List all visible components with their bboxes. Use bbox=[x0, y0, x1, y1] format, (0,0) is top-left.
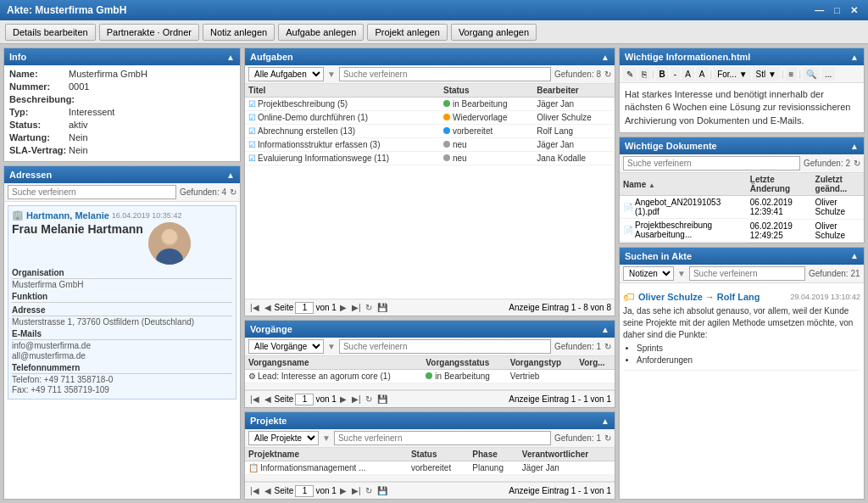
pag-save-btn[interactable]: 💾 bbox=[376, 486, 389, 495]
docs-refresh-icon[interactable]: ↻ bbox=[854, 159, 860, 168]
pag-of-label: von 1 bbox=[315, 486, 336, 495]
italic-btn[interactable]: - bbox=[670, 67, 680, 81]
tasks-refresh-icon[interactable]: ↻ bbox=[604, 70, 611, 79]
addresses-panel: Adressen ▲ Gefunden: 4 ↻ 🏢 Hartmann, Mel… bbox=[3, 165, 241, 500]
pag-of-label: von 1 bbox=[315, 394, 336, 404]
search-btn[interactable]: 🔍 bbox=[803, 67, 820, 81]
list-btn[interactable]: ≡ bbox=[786, 67, 798, 81]
pag-next-btn[interactable]: ▶ bbox=[338, 394, 348, 404]
pag-refresh-btn[interactable]: ↻ bbox=[364, 394, 374, 404]
projects-panel-chevron[interactable]: ▲ bbox=[601, 416, 609, 426]
table-row[interactable]: 📄 Projektbeschreibung Ausarbeitung... 06… bbox=[620, 219, 864, 242]
pag-prev-btn[interactable]: ◀ bbox=[263, 486, 273, 495]
address-value: Musterstrasse 1, 73760 Ostfildern (Deuts… bbox=[12, 317, 232, 327]
tasks-filter-select[interactable]: Alle Aufgaben bbox=[248, 67, 324, 81]
info-label-nummer: Nummer: bbox=[9, 81, 69, 92]
address-name-link[interactable]: Hartmann, Melanie bbox=[26, 210, 109, 221]
docs-search-input[interactable] bbox=[623, 156, 800, 170]
search-filter-select[interactable]: Notizen bbox=[623, 266, 674, 281]
search-in-file-input[interactable] bbox=[689, 266, 805, 281]
maximize-btn[interactable]: □ bbox=[831, 5, 843, 16]
font-btn[interactable]: A bbox=[682, 67, 694, 81]
addresses-list: 🏢 Hartmann, Melanie 16.04.2019 10:35:42 … bbox=[4, 202, 240, 499]
projects-page-input[interactable] bbox=[295, 485, 314, 497]
addresses-panel-header: Adressen ▲ bbox=[4, 166, 240, 183]
pag-first-btn[interactable]: |◀ bbox=[248, 394, 261, 404]
format-select-btn[interactable]: For... ▼ bbox=[714, 67, 750, 81]
processes-filter-arrow: ▼ bbox=[327, 342, 336, 351]
table-row[interactable]: ☑Informationsstruktur erfassen (3) neu J… bbox=[245, 138, 615, 152]
processes-panel-chevron[interactable]: ▲ bbox=[601, 325, 609, 334]
edit-icon-btn[interactable]: ✎ bbox=[623, 67, 637, 81]
window-controls[interactable]: — □ ✕ bbox=[811, 5, 861, 16]
projects-refresh-icon[interactable]: ↻ bbox=[604, 433, 611, 443]
table-row[interactable]: 📋Informationsmanagement ... vorbereitet … bbox=[245, 461, 615, 475]
important-docs-chevron[interactable]: ▲ bbox=[850, 142, 859, 151]
table-row[interactable]: ☑Evaluierung Informationswege (11) neu J… bbox=[245, 152, 615, 165]
pag-prev-btn[interactable]: ◀ bbox=[263, 394, 273, 404]
important-info-title: Wichtige Informationen.html bbox=[625, 52, 750, 62]
pag-refresh-btn[interactable]: ↻ bbox=[364, 486, 374, 495]
info-panel-chevron[interactable]: ▲ bbox=[226, 53, 235, 62]
pag-save-btn[interactable]: 💾 bbox=[376, 394, 389, 404]
close-btn[interactable]: ✕ bbox=[847, 5, 861, 16]
style-select-btn[interactable]: Stl ▼ bbox=[753, 67, 780, 81]
info-panel-header: Info ▲ bbox=[4, 48, 240, 65]
processes-filter-select[interactable]: Alle Vorgänge bbox=[248, 339, 324, 354]
pag-first-btn[interactable]: |◀ bbox=[248, 303, 261, 312]
table-row[interactable]: ⚙Lead: Interesse an agorum core (1) in B… bbox=[245, 370, 615, 383]
table-row[interactable]: ☑Online-Demo durchführen (1) Wiedervorla… bbox=[245, 111, 615, 125]
toolbar-divider: | bbox=[652, 70, 654, 79]
addresses-search-input[interactable] bbox=[8, 185, 176, 199]
pag-next-btn[interactable]: ▶ bbox=[338, 486, 348, 495]
bold-btn[interactable]: B bbox=[656, 67, 669, 81]
format-btn[interactable]: A bbox=[696, 67, 709, 81]
task-icon: ☑ bbox=[248, 140, 256, 149]
notiz-anlegen-button[interactable]: Notiz anlegen bbox=[203, 24, 275, 41]
search-in-file-chevron[interactable]: ▲ bbox=[850, 251, 859, 260]
more-btn[interactable]: ... bbox=[821, 67, 835, 81]
pag-last-btn[interactable]: ▶| bbox=[350, 303, 363, 312]
details-bearbeiten-button[interactable]: Details bearbeiten bbox=[5, 24, 96, 41]
pag-last-btn[interactable]: ▶| bbox=[350, 486, 363, 495]
projekt-anlegen-button[interactable]: Projekt anlegen bbox=[367, 24, 447, 41]
partnerakte-button[interactable]: Partnerakte · Ordner bbox=[99, 24, 199, 41]
minimize-btn[interactable]: — bbox=[811, 5, 827, 16]
pag-prev-btn[interactable]: ◀ bbox=[263, 303, 273, 312]
addresses-panel-chevron[interactable]: ▲ bbox=[226, 170, 235, 180]
pag-last-btn[interactable]: ▶| bbox=[350, 394, 363, 404]
status-dot bbox=[443, 114, 450, 120]
pag-refresh-btn[interactable]: ↻ bbox=[364, 303, 374, 312]
copy-icon-btn[interactable]: ⎘ bbox=[638, 67, 650, 81]
processes-page-input[interactable] bbox=[295, 394, 314, 405]
note-content: Ja, das sehe ich absolut genauso, vor al… bbox=[623, 305, 860, 366]
info-row-status: Status: aktiv bbox=[9, 120, 235, 130]
processes-refresh-icon[interactable]: ↻ bbox=[604, 342, 611, 351]
table-row[interactable]: 📄 Angebot_AN20191053 (1).pdf 06.02.2019 … bbox=[620, 196, 864, 220]
processes-search-input[interactable] bbox=[339, 339, 551, 354]
pag-next-btn[interactable]: ▶ bbox=[338, 303, 348, 312]
projects-scrollbar[interactable] bbox=[245, 475, 615, 482]
search-refresh-icon[interactable]: ↻ bbox=[864, 269, 865, 278]
vorgang-anlegen-button[interactable]: Vorgang anlegen bbox=[451, 24, 537, 41]
tasks-col-assignee: Bearbeiter bbox=[533, 84, 615, 98]
pag-save-btn[interactable]: 💾 bbox=[376, 303, 389, 312]
table-row[interactable]: ☑Abrechnung erstellen (13) vorbereitet R… bbox=[245, 125, 615, 138]
addresses-refresh-icon[interactable]: ↻ bbox=[230, 187, 236, 197]
table-row[interactable]: ☑Projektbeschreibung (5) in Bearbeitung … bbox=[245, 98, 615, 111]
tasks-search-input[interactable] bbox=[339, 67, 551, 81]
projects-search-input[interactable] bbox=[334, 431, 551, 445]
projects-filter-select[interactable]: Alle Projekte bbox=[248, 431, 319, 445]
note-to: Rolf Lang bbox=[717, 292, 760, 302]
pag-first-btn[interactable]: |◀ bbox=[248, 486, 261, 495]
processes-scrollbar[interactable] bbox=[245, 383, 615, 390]
pdf-icon: 📄 bbox=[623, 203, 633, 212]
info-value-nummer: 0001 bbox=[69, 81, 89, 92]
tasks-panel-chevron[interactable]: ▲ bbox=[601, 53, 609, 62]
important-info-chevron[interactable]: ▲ bbox=[850, 53, 859, 62]
tasks-page-input[interactable] bbox=[295, 302, 314, 314]
info-value-wartung: Nein bbox=[69, 132, 88, 143]
info-label-sla: SLA-Vertrag: bbox=[9, 145, 69, 155]
list-item: 🏷 Oliver Schulze → Rolf Lang 29.04.2019 … bbox=[623, 287, 860, 371]
aufgabe-anlegen-button[interactable]: Aufgabe anlegen bbox=[278, 24, 364, 41]
